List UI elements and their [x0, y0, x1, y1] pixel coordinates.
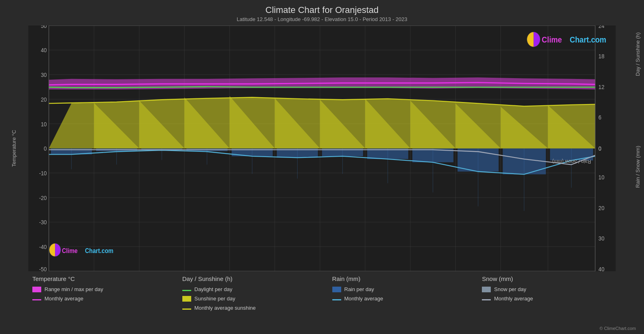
- legend-snow-daily-label: Snow per day: [494, 286, 526, 292]
- title-area: Climate Chart for Oranjestad Latitude 12…: [0, 0, 644, 24]
- svg-text:-50: -50: [39, 266, 47, 271]
- legend-col-temperature: Temperature °C Range min / max per day M…: [32, 275, 182, 330]
- legend-sunshine-avg-label: Monthly average sunshine: [194, 305, 256, 311]
- svg-text:Chart.com: Chart.com: [85, 247, 113, 255]
- legend-col-temperature-title: Temperature °C: [32, 275, 182, 282]
- snow-daily-swatch: [482, 287, 491, 292]
- svg-text:0: 0: [598, 145, 602, 152]
- legend-item-rain-avg: Monthly average: [332, 296, 482, 302]
- svg-text:-20: -20: [39, 194, 47, 201]
- svg-text:40: 40: [598, 266, 604, 271]
- svg-text:10: 10: [41, 121, 47, 128]
- legend-item-sunshine-avg: Monthly average sunshine: [182, 305, 332, 311]
- legend-item-daylight: Daylight per day: [182, 286, 332, 292]
- temp-range-swatch: [32, 287, 41, 292]
- main-title: Climate Chart for Oranjestad: [0, 5, 644, 15]
- legend-rain-avg-label: Monthly average: [344, 296, 383, 302]
- left-axis-label: Temperature °C: [11, 130, 17, 167]
- svg-text:Clime: Clime: [62, 247, 78, 255]
- svg-text:6: 6: [598, 114, 602, 121]
- svg-text:-40: -40: [39, 243, 47, 250]
- rain-avg-line: [332, 299, 341, 300]
- svg-text:Clime: Clime: [542, 35, 562, 44]
- legend-col-snow-title: Snow (mm): [482, 275, 632, 282]
- legend-rain-daily-label: Rain per day: [344, 286, 374, 292]
- svg-text:12: 12: [598, 83, 604, 90]
- snow-avg-line: [482, 299, 491, 300]
- legend-temp-avg-label: Monthly average: [44, 296, 83, 302]
- right-axis-sunshine-label: Day / Sunshine (h): [635, 32, 641, 76]
- svg-text:20: 20: [598, 204, 604, 211]
- right-axis-bottom-label: Rain / Snow (mm): [552, 158, 591, 164]
- svg-text:30: 30: [41, 71, 47, 78]
- sunshine-avg-line: [182, 308, 191, 310]
- legend-snow-avg-label: Monthly average: [494, 296, 533, 302]
- chart-svg: 50 40 30 20 10 0 -10 -20 -30 -40 -50 24: [28, 26, 616, 271]
- svg-text:40: 40: [41, 47, 47, 54]
- rain-daily-swatch: [332, 287, 341, 292]
- svg-text:50: 50: [41, 26, 47, 29]
- legend-area: Temperature °C Range min / max per day M…: [0, 271, 644, 334]
- legend-item-rain-daily: Rain per day: [332, 286, 482, 292]
- legend-col-rain: Rain (mm) Rain per day Monthly average: [332, 275, 482, 330]
- legend-sunshine-label: Sunshine per day: [194, 296, 235, 302]
- svg-text:-10: -10: [39, 170, 47, 177]
- legend-item-snow-daily: Snow per day: [482, 286, 632, 292]
- svg-text:24: 24: [598, 26, 604, 29]
- legend-item-sunshine: Sunshine per day: [182, 296, 332, 302]
- svg-text:18: 18: [598, 53, 604, 60]
- legend-item-snow-avg: Monthly average: [482, 296, 632, 302]
- svg-text:10: 10: [598, 174, 604, 181]
- legend-item-temp-avg: Monthly average: [32, 296, 182, 302]
- svg-text:0: 0: [44, 145, 47, 152]
- watermark: © ClimeChart.com: [600, 324, 636, 332]
- temp-avg-line: [32, 299, 41, 300]
- sunshine-swatch: [182, 296, 191, 302]
- right-axis-rain-label: Rain / Snow (mm): [635, 146, 641, 188]
- svg-text:30: 30: [598, 235, 604, 242]
- legend-col-snow: Snow (mm) Snow per day Monthly average ©…: [482, 275, 632, 330]
- legend-item-temp-range: Range min / max per day: [32, 286, 182, 292]
- svg-text:-30: -30: [39, 219, 47, 226]
- svg-text:20: 20: [41, 96, 47, 103]
- sub-title: Latitude 12.548 - Longitude -69.982 - El…: [0, 16, 644, 22]
- legend-col-sunshine-title: Day / Sunshine (h): [182, 275, 332, 282]
- legend-col-sunshine: Day / Sunshine (h) Daylight per day Suns…: [182, 275, 332, 330]
- svg-text:Chart.com: Chart.com: [570, 35, 606, 44]
- legend-daylight-label: Daylight per day: [194, 286, 232, 292]
- legend-temp-range-label: Range min / max per day: [44, 286, 103, 292]
- daylight-line: [182, 290, 191, 291]
- main-container: Climate Chart for Oranjestad Latitude 12…: [0, 0, 644, 334]
- legend-col-rain-title: Rain (mm): [332, 275, 482, 282]
